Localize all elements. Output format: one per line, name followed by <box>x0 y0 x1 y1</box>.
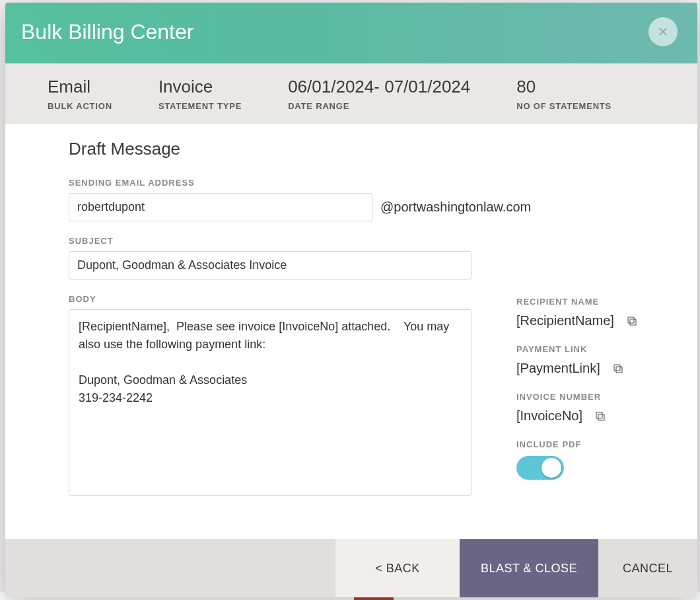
svg-rect-4 <box>616 367 622 373</box>
modal-footer: < BACK BLAST & CLOSE CANCEL <box>5 539 697 597</box>
subject-label: SUBJECT <box>69 236 658 246</box>
modal-body: Draft Message SENDING EMAIL ADDRESS @por… <box>5 124 697 539</box>
token-label: RECIPIENT NAME <box>516 297 658 307</box>
copy-recipient-name-button[interactable] <box>626 315 638 327</box>
footer-spacer <box>5 539 335 597</box>
body-row: BODY RECIPIENT NAME [RecipientName] PAYM… <box>69 294 658 498</box>
summary-label: DATE RANGE <box>288 101 470 111</box>
email-domain-suffix: @portwashingtonlaw.com <box>380 200 531 215</box>
body-textarea[interactable] <box>69 309 472 496</box>
token-payment-link: PAYMENT LINK [PaymentLink] <box>516 344 658 376</box>
summary-bar: Email BULK ACTION Invoice STATEMENT TYPE… <box>5 63 697 124</box>
copy-icon <box>626 315 638 327</box>
sending-email-label: SENDING EMAIL ADDRESS <box>69 178 658 188</box>
cancel-button[interactable]: CANCEL <box>598 539 697 597</box>
summary-value: 06/01/2024- 07/01/2024 <box>288 77 470 97</box>
summary-label: BULK ACTION <box>48 101 112 111</box>
token-label: PAYMENT LINK <box>516 344 658 354</box>
token-value-row: [RecipientName] <box>516 313 658 328</box>
summary-value: 80 <box>516 77 612 97</box>
token-invoice-number: INVOICE NUMBER [InvoiceNo] <box>516 392 658 424</box>
summary-statement-type: Invoice STATEMENT TYPE <box>158 77 242 111</box>
toggle-knob <box>542 458 561 478</box>
include-pdf-toggle[interactable] <box>516 456 564 480</box>
copy-icon <box>612 363 624 375</box>
summary-no-of-statements: 80 NO OF STATEMENTS <box>516 77 612 111</box>
svg-rect-2 <box>630 319 636 325</box>
body-label: BODY <box>69 294 472 304</box>
modal-header: Bulk Billing Center <box>5 3 697 63</box>
include-pdf-block: INCLUDE PDF <box>516 439 658 480</box>
summary-value: Email <box>48 77 112 97</box>
svg-rect-3 <box>628 317 634 323</box>
svg-rect-6 <box>598 414 604 420</box>
token-value-row: [PaymentLink] <box>516 361 658 376</box>
token-value-row: [InvoiceNo] <box>516 408 658 424</box>
summary-bulk-action: Email BULK ACTION <box>48 77 112 111</box>
back-button[interactable]: < BACK <box>335 539 460 597</box>
modal-title: Bulk Billing Center <box>21 20 193 44</box>
subject-row: SUBJECT <box>69 236 658 280</box>
copy-payment-link-button[interactable] <box>612 363 624 375</box>
summary-date-range: 06/01/2024- 07/01/2024 DATE RANGE <box>288 77 470 111</box>
tokens-column: RECIPIENT NAME [RecipientName] PAYMENT L… <box>516 294 658 496</box>
email-local-input[interactable] <box>69 193 372 221</box>
summary-label: NO OF STATEMENTS <box>516 101 612 111</box>
email-row: @portwashingtonlaw.com <box>69 193 658 221</box>
token-value: [InvoiceNo] <box>516 408 582 424</box>
body-column: BODY <box>69 294 472 498</box>
copy-icon <box>594 410 606 422</box>
summary-value: Invoice <box>158 77 242 97</box>
svg-rect-7 <box>596 412 602 418</box>
close-button[interactable] <box>648 17 678 46</box>
svg-rect-5 <box>614 365 620 371</box>
close-icon <box>657 26 669 38</box>
token-label: INVOICE NUMBER <box>516 392 658 402</box>
copy-invoice-number-button[interactable] <box>594 410 606 422</box>
token-value: [RecipientName] <box>516 313 614 328</box>
token-recipient-name: RECIPIENT NAME [RecipientName] <box>516 297 658 328</box>
token-value: [PaymentLink] <box>516 361 600 376</box>
draft-message-title: Draft Message <box>69 139 658 159</box>
summary-label: STATEMENT TYPE <box>158 101 242 111</box>
include-pdf-label: INCLUDE PDF <box>516 439 658 449</box>
blast-and-close-button[interactable]: BLAST & CLOSE <box>460 539 598 597</box>
subject-input[interactable] <box>69 251 472 280</box>
bulk-billing-modal: Bulk Billing Center Email BULK ACTION In… <box>5 3 697 597</box>
